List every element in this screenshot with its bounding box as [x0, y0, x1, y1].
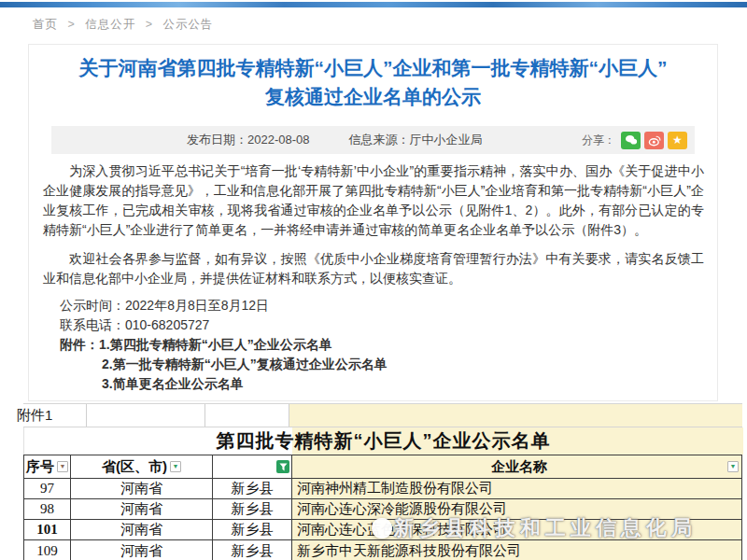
article-body: 为深入贯彻习近平总书记关于“培育一批‘专精特新’中小企业”的重要指示精神，落实中… [29, 161, 717, 425]
table-row: 97 河南省 新乡县 河南神州精工制造股份有限公司 [24, 479, 741, 499]
header-county [213, 455, 292, 479]
wechat-icon[interactable] [621, 132, 641, 149]
breadcrumb-current: 公示公告 [163, 18, 214, 31]
cell-serial: 98 [24, 499, 71, 520]
page-title: 关于河南省第四批专精特新“小巨人”企业和第一批专精特新“小巨人”复核通过企业名单… [79, 53, 668, 111]
cell-province: 河南省 [71, 520, 213, 540]
enterprise-table: 序号 ▼ 省(区、市) ▼ 企业名称 ▼ [23, 455, 742, 560]
header-province: 省(区、市) ▼ [71, 455, 213, 479]
article-card: 关于河南省第四批专精特新“小巨人”企业和第一批专精特新“小巨人”复核通过企业名单… [28, 44, 718, 401]
header-banner-stripe [0, 2, 747, 7]
breadcrumb-separator: > [67, 18, 75, 31]
breadcrumb: 首页 > 信息公开 > 公示公告 [33, 17, 214, 33]
header-serial: 序号 ▼ [24, 455, 71, 479]
table-row: 109 河南省 新乡县 新乡市中天新能源科技股份有限公司 [24, 540, 741, 560]
filter-dropdown-icon[interactable]: ▼ [57, 461, 68, 472]
filter-dropdown-icon[interactable]: ▼ [727, 461, 739, 472]
cell-county: 新乡县 [213, 499, 292, 520]
share-group: 分享： ★ [582, 132, 687, 149]
cell-province: 河南省 [71, 479, 213, 499]
cell-province: 河南省 [71, 540, 213, 560]
cell-county: 新乡县 [213, 540, 292, 560]
info-source: 信息来源：厅中小企业局 [349, 132, 483, 148]
table-row: 101 河南省 新乡县 河南心连心蓝色环保科技有限公司 [24, 520, 741, 540]
attachment-line-3: 3.简单更名企业公示名单 [43, 374, 704, 394]
attachment-label: 附件： [60, 337, 99, 352]
paragraph: 为深入贯彻习近平总书记关于“培育一批‘专精特新’中小企业”的重要指示精神，落实中… [43, 161, 704, 240]
empty-cell [205, 404, 289, 427]
cell-serial: 97 [24, 479, 71, 499]
attachment-spreadsheet: 附件1 第四批专精特新“小巨人”企业公示名单 序号 ▼ 省(区、市) ▼ [23, 403, 742, 560]
cell-county: 新乡县 [213, 520, 292, 540]
breadcrumb-home-link[interactable]: 首页 [33, 18, 58, 31]
share-label: 分享： [582, 133, 615, 148]
empty-cell [289, 404, 742, 427]
sheet-title-row: 第四批专精特新“小巨人”企业公示名单 [23, 427, 742, 455]
header-serial-label: 序号 [26, 458, 54, 476]
cell-company: 河南心连心深冷能源股份有限公司 [292, 499, 741, 520]
cell-serial: 101 [24, 520, 71, 540]
breadcrumb-separator: > [146, 18, 153, 31]
empty-cell [87, 404, 205, 427]
cell-company: 河南神州精工制造股份有限公司 [292, 479, 741, 499]
attachment-line-2: 2.第一批专精特新“小巨人”复核通过企业公示名单 [43, 355, 704, 374]
table-header-row: 序号 ▼ 省(区、市) ▼ 企业名称 ▼ [24, 455, 741, 479]
paragraph: 欢迎社会各界参与监督，如有异议，按照《优质中小企业梯度培育管理暂行办法》中有关要… [43, 249, 704, 288]
header-province-label: 省(区、市) [102, 458, 167, 476]
cell-company: 河南心连心蓝色环保科技有限公司 [292, 520, 741, 540]
attachment-number-label: 附件1 [17, 404, 87, 427]
sheet-title: 第四批专精特新“小巨人”企业公示名单 [24, 427, 742, 455]
page: 首页 > 信息公开 > 公示公告 关于河南省第四批专精特新“小巨人”企业和第一批… [0, 0, 747, 560]
filter-dropdown-icon[interactable]: ▼ [170, 461, 181, 472]
article-meta-bar: 发布日期：2022-08-08 信息来源：厅中小企业局 分享： [51, 126, 695, 154]
attachment-line-1: 附件：1.第四批专精特新“小巨人”企业公示名单 [43, 335, 704, 355]
cell-company: 新乡市中天新能源科技股份有限公司 [292, 540, 741, 560]
notice-period-line: 公示时间：2022年8月8日至8月12日 [43, 296, 704, 315]
header-company: 企业名称 ▼ [292, 455, 741, 479]
filter-funnel-icon[interactable] [276, 460, 289, 473]
cell-province: 河南省 [71, 499, 213, 520]
contact-phone-line: 联系电话：010-68205727 [43, 315, 704, 335]
table-row: 98 河南省 新乡县 河南心连心深冷能源股份有限公司 [24, 499, 741, 520]
weibo-icon[interactable] [644, 132, 664, 149]
favorite-star-icon[interactable]: ★ [668, 132, 687, 149]
sheet-corner-row: 附件1 [23, 403, 742, 427]
cell-serial: 109 [24, 540, 71, 560]
publish-date: 发布日期：2022-08-08 [187, 132, 310, 148]
header-company-label: 企业名称 [297, 458, 741, 476]
attachment-item: 1.第四批专精特新“小巨人”企业公示名单 [99, 337, 332, 352]
breadcrumb-info-link[interactable]: 信息公开 [85, 18, 135, 31]
cell-county: 新乡县 [213, 479, 292, 499]
